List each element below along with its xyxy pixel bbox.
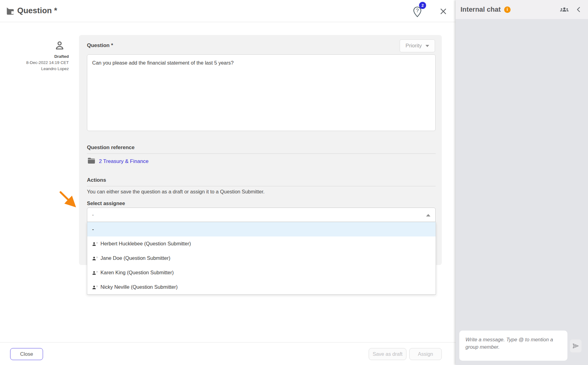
timestamp: 8-Dec-2022 14:19 CET (7, 60, 69, 65)
assignee-select[interactable]: - (87, 208, 436, 222)
chat-title: Internal chat (461, 6, 501, 14)
assignee-option-label: Jane Doe (Question Submitter) (100, 255, 170, 261)
internal-chat-panel: Internal chat i Write a message. Typ (456, 0, 588, 365)
person-question-icon: ? (92, 284, 98, 290)
group-members-icon[interactable] (560, 6, 569, 15)
reference-heading: Question reference (87, 145, 135, 151)
chat-message-input[interactable]: Write a message. Type @ to mention a gro… (459, 331, 567, 361)
assignee-option[interactable]: ?Herbert Hucklebee (Question Submitter) (87, 236, 436, 251)
svg-text:?: ? (96, 256, 98, 259)
help-badge: 2 (419, 2, 426, 9)
svg-text:?: ? (96, 242, 98, 244)
question-field-label: Question * (87, 42, 113, 49)
modal-footer: Close Save as draft Assign (0, 342, 456, 365)
chat-header: Internal chat i (456, 0, 588, 19)
author-name: Leandro Lopez (7, 66, 69, 71)
divider (87, 186, 436, 186)
modal-title: Question * (17, 6, 57, 15)
send-icon (572, 342, 579, 350)
question-textarea[interactable] (87, 54, 436, 131)
divider (87, 153, 436, 154)
chat-input-placeholder: Write a message. Type @ to mention a gro… (465, 336, 561, 351)
actions-description: You can either save the question as a dr… (87, 189, 265, 195)
assignee-option-label: Herbert Hucklebee (Question Submitter) (100, 241, 191, 247)
priority-dropdown-button[interactable]: Priority (400, 39, 435, 52)
help-button[interactable]: ? 2 (411, 2, 428, 20)
close-icon[interactable] (439, 7, 447, 15)
assignee-option-label: - (92, 226, 94, 232)
priority-label: Priority (406, 43, 422, 49)
question-modal: Question * ? 2 (0, 0, 456, 365)
close-button[interactable]: Close (10, 348, 43, 360)
svg-text:?: ? (416, 8, 419, 13)
assignee-option[interactable]: - (87, 222, 436, 236)
collapse-chevron-left-icon[interactable] (575, 6, 582, 15)
status-label: Drafted (7, 54, 69, 59)
question-meta: Drafted 8-Dec-2022 14:19 CET Leandro Lop… (7, 40, 69, 71)
assignee-label: Select assignee (87, 200, 125, 206)
svg-text:?: ? (96, 285, 98, 288)
chat-bubble-icon (6, 7, 14, 17)
assign-button[interactable]: Assign (409, 348, 442, 360)
info-icon[interactable]: i (504, 6, 511, 13)
actions-heading: Actions (87, 177, 106, 183)
send-message-button[interactable] (570, 339, 582, 352)
assignee-option-label: Nicky Neville (Question Submitter) (100, 284, 178, 290)
person-question-icon: ? (92, 270, 98, 276)
assignee-option[interactable]: ?Nicky Neville (Question Submitter) (87, 280, 436, 294)
assignee-dropdown: -?Herbert Hucklebee (Question Submitter)… (87, 222, 436, 295)
assignee-select-value: - (92, 212, 94, 217)
save-as-draft-button[interactable]: Save as draft (369, 348, 406, 360)
reference-link-row[interactable]: 2 Treasury & Finance (88, 157, 149, 165)
person-question-icon: ? (92, 241, 98, 247)
assignee-option[interactable]: ?Karen King (Question Submitter) (87, 265, 436, 280)
modal-header: Question * ? 2 (0, 0, 456, 22)
assignee-option[interactable]: ?Jane Doe (Question Submitter) (87, 251, 436, 265)
screen: Question * ? 2 (0, 0, 588, 365)
assignee-option-label: Karen King (Question Submitter) (100, 270, 174, 276)
reference-link[interactable]: 2 Treasury & Finance (99, 158, 149, 165)
chevron-down-icon (425, 45, 429, 47)
person-question-icon: ? (92, 256, 98, 261)
svg-text:?: ? (96, 271, 98, 273)
person-icon (54, 47, 65, 52)
folder-icon (88, 157, 95, 165)
chevron-up-icon (426, 214, 430, 216)
